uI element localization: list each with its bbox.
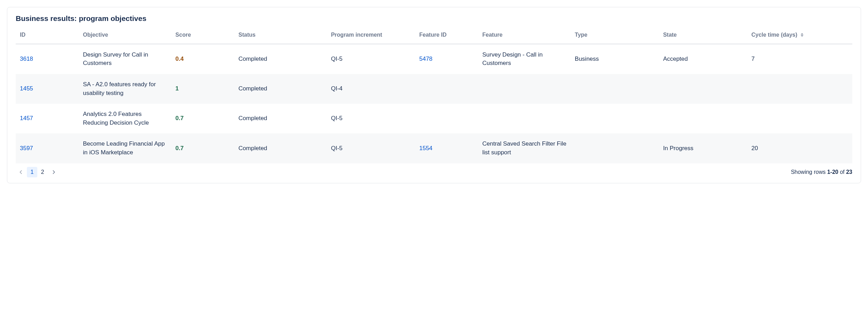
score-value: 0.4: [175, 56, 184, 62]
col-type[interactable]: Type: [571, 28, 659, 44]
cell-type-wrap: [571, 133, 659, 163]
objective-id-link[interactable]: 1457: [20, 115, 33, 122]
cell-objective: Become Leading Financial App in iOS Mark…: [83, 140, 165, 156]
cell-pi-wrap: QI-5: [327, 104, 415, 133]
rows-summary-range: 1-20: [827, 169, 838, 175]
cell-feature-wrap: [478, 74, 570, 104]
cell-feature-id: 1554: [415, 133, 478, 163]
col-cycle-time[interactable]: Cycle time (days): [747, 28, 852, 44]
cell-cycle-time: 20: [751, 145, 758, 152]
objectives-table: ID Objective Score Status Program increm…: [16, 28, 852, 163]
cell-id: 1455: [16, 74, 79, 104]
cell-objective: Analytics 2.0 Features Reducing Decision…: [83, 111, 149, 126]
cell-status-wrap: Completed: [234, 44, 327, 74]
cell-objective-wrap: Become Leading Financial App in iOS Mark…: [79, 133, 171, 163]
panel-title: Business results: program objectives: [16, 14, 852, 23]
cell-program-increment: QI-5: [331, 56, 343, 62]
objectives-panel: Business results: program objectives ID …: [7, 7, 861, 183]
cell-status: Completed: [239, 115, 267, 122]
cell-objective-wrap: SA - A2.0 features ready for usability t…: [79, 74, 171, 104]
cell-score: 0.4: [171, 44, 234, 74]
cell-cycle-wrap: [747, 104, 852, 133]
col-program-increment[interactable]: Program increment: [327, 28, 415, 44]
cell-cycle-time: 7: [751, 56, 755, 62]
col-state[interactable]: State: [659, 28, 747, 44]
cell-pi-wrap: QI-4: [327, 74, 415, 104]
rows-summary-mid: of: [838, 169, 846, 175]
cell-status: Completed: [239, 145, 267, 152]
chevron-left-icon: [18, 170, 23, 175]
chevron-right-icon: [51, 170, 56, 175]
pagination-next[interactable]: [48, 167, 59, 177]
cell-feature-wrap: Central Saved Search Filter File list su…: [478, 133, 570, 163]
cell-type-wrap: [571, 104, 659, 133]
cell-feature: Central Saved Search Filter File list su…: [482, 140, 566, 156]
cell-status-wrap: Completed: [234, 74, 327, 104]
rows-summary-prefix: Showing rows: [791, 169, 827, 175]
cell-state: Accepted: [663, 56, 688, 62]
cell-cycle-wrap: [747, 74, 852, 104]
rows-summary: Showing rows 1-20 of 23: [791, 169, 852, 175]
pagination-page-2[interactable]: 2: [37, 167, 48, 177]
col-feature[interactable]: Feature: [478, 28, 570, 44]
col-status[interactable]: Status: [234, 28, 327, 44]
feature-id-link[interactable]: 1554: [419, 145, 433, 152]
col-feature-id[interactable]: Feature ID: [415, 28, 478, 44]
cell-feature-id: [415, 74, 478, 104]
cell-type-wrap: Business: [571, 44, 659, 74]
cell-feature-id: 5478: [415, 44, 478, 74]
cell-program-increment: QI-4: [331, 85, 343, 92]
cell-state-wrap: In Progress: [659, 133, 747, 163]
cell-feature-wrap: Survey Design - Call in Customers: [478, 44, 570, 74]
score-value: 1: [175, 85, 179, 92]
cell-status-wrap: Completed: [234, 104, 327, 133]
cell-objective: SA - A2.0 features ready for usability t…: [83, 81, 156, 96]
score-value: 0.7: [175, 115, 184, 122]
cell-cycle-wrap: 20: [747, 133, 852, 163]
score-value: 0.7: [175, 145, 184, 152]
cell-status-wrap: Completed: [234, 133, 327, 163]
table-row: 1455SA - A2.0 features ready for usabili…: [16, 74, 852, 104]
table-row: 1457Analytics 2.0 Features Reducing Deci…: [16, 104, 852, 133]
cell-program-increment: QI-5: [331, 115, 343, 122]
cell-state-wrap: [659, 104, 747, 133]
cell-score: 0.7: [171, 104, 234, 133]
table-header-row: ID Objective Score Status Program increm…: [16, 28, 852, 44]
cell-objective: Design Survey for Call in Customers: [83, 51, 148, 67]
cell-objective-wrap: Analytics 2.0 Features Reducing Decision…: [79, 104, 171, 133]
pagination-prev[interactable]: [16, 167, 26, 177]
table-row: 3618Design Survey for Call in Customers0…: [16, 44, 852, 74]
table-footer: 12 Showing rows 1-20 of 23: [16, 167, 852, 177]
col-score[interactable]: Score: [171, 28, 234, 44]
col-id[interactable]: ID: [16, 28, 79, 44]
cell-status: Completed: [239, 85, 267, 92]
col-objective[interactable]: Objective: [79, 28, 171, 44]
objective-id-link[interactable]: 3597: [20, 145, 33, 152]
cell-state: In Progress: [663, 145, 694, 152]
objective-id-link[interactable]: 3618: [20, 56, 33, 62]
cell-feature-id: [415, 104, 478, 133]
cell-score: 0.7: [171, 133, 234, 163]
cell-program-increment: QI-5: [331, 145, 343, 152]
cell-feature: Survey Design - Call in Customers: [482, 51, 542, 67]
table-row: 3597Become Leading Financial App in iOS …: [16, 133, 852, 163]
cell-objective-wrap: Design Survey for Call in Customers: [79, 44, 171, 74]
cell-type: Business: [575, 56, 599, 62]
cell-state-wrap: [659, 74, 747, 104]
cell-state-wrap: Accepted: [659, 44, 747, 74]
cell-feature-wrap: [478, 104, 570, 133]
cell-id: 1457: [16, 104, 79, 133]
cell-status: Completed: [239, 56, 267, 62]
cell-pi-wrap: QI-5: [327, 44, 415, 74]
pagination: 12: [16, 167, 59, 177]
sort-icon: [801, 33, 803, 37]
objective-id-link[interactable]: 1455: [20, 85, 33, 92]
pagination-page-1[interactable]: 1: [27, 167, 37, 177]
cell-pi-wrap: QI-5: [327, 133, 415, 163]
feature-id-link[interactable]: 5478: [419, 56, 433, 62]
cell-id: 3597: [16, 133, 79, 163]
cell-score: 1: [171, 74, 234, 104]
rows-summary-total: 23: [846, 169, 852, 175]
col-cycle-time-label: Cycle time (days): [751, 31, 798, 39]
cell-id: 3618: [16, 44, 79, 74]
